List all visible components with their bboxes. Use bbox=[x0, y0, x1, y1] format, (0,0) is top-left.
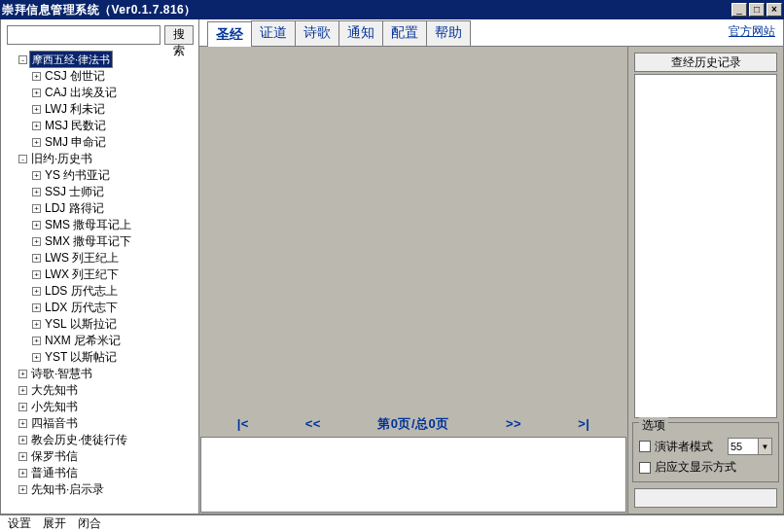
font-size-select[interactable]: 55 ▼ bbox=[728, 438, 772, 455]
tab-4[interactable]: 配置 bbox=[382, 20, 427, 46]
tree-node-label[interactable]: SMJ 申命记 bbox=[43, 134, 108, 151]
next-page-button[interactable]: >> bbox=[481, 416, 547, 431]
expand-icon[interactable]: + bbox=[32, 171, 41, 180]
tree-node-label[interactable]: CAJ 出埃及记 bbox=[43, 85, 119, 101]
first-page-button[interactable]: |< bbox=[210, 416, 276, 431]
tree-node[interactable]: +LWJ 利未记 bbox=[5, 101, 195, 118]
expand-icon[interactable]: + bbox=[32, 337, 41, 345]
expand-icon[interactable]: + bbox=[18, 370, 27, 378]
search-button[interactable]: 搜索 bbox=[164, 25, 194, 45]
tree-node-label[interactable]: NXM 尼希米记 bbox=[43, 333, 123, 349]
expand-icon[interactable]: + bbox=[18, 403, 27, 411]
maximize-button[interactable]: □ bbox=[749, 3, 765, 17]
tree-node-label[interactable]: YSL 以斯拉记 bbox=[43, 316, 119, 333]
tree-node-label[interactable]: LWX 列王纪下 bbox=[43, 266, 121, 283]
expand-icon[interactable]: + bbox=[18, 419, 27, 428]
presenter-mode-checkbox[interactable] bbox=[639, 441, 651, 452]
expand-icon[interactable]: + bbox=[32, 287, 41, 296]
tab-5[interactable]: 帮助 bbox=[426, 20, 471, 46]
expand-icon[interactable]: + bbox=[32, 221, 41, 230]
tree-node[interactable]: +SMJ 申命记 bbox=[5, 134, 195, 151]
tree-node-label[interactable]: 小先知书 bbox=[29, 399, 80, 415]
tree-node-label[interactable]: LWJ 利未记 bbox=[43, 101, 107, 118]
tree-node-label[interactable]: CSJ 创世记 bbox=[43, 68, 107, 85]
tree-node-label[interactable]: 摩西五经·律法书 bbox=[29, 51, 113, 68]
collapse-icon[interactable]: - bbox=[18, 155, 27, 163]
tree-node[interactable]: +诗歌·智慧书 bbox=[5, 366, 195, 382]
expand-icon[interactable]: + bbox=[32, 89, 41, 97]
tree-node[interactable]: +LWX 列王纪下 bbox=[5, 266, 195, 283]
expand-icon[interactable]: + bbox=[32, 320, 41, 329]
tree-node[interactable]: +YSL 以斯拉记 bbox=[5, 316, 195, 333]
tree-node[interactable]: +大先知书 bbox=[5, 382, 195, 399]
tree-node[interactable]: +CAJ 出埃及记 bbox=[5, 85, 195, 101]
close-button[interactable]: × bbox=[766, 3, 782, 17]
tree-node-label[interactable]: LWS 列王纪上 bbox=[43, 250, 121, 266]
tree-node-label[interactable]: SSJ 士师记 bbox=[43, 184, 106, 200]
collapse-icon[interactable]: - bbox=[18, 55, 27, 64]
tree-node[interactable]: +普通书信 bbox=[5, 465, 195, 481]
expand-icon[interactable]: + bbox=[32, 303, 41, 312]
minimize-button[interactable]: _ bbox=[731, 3, 747, 17]
history-list[interactable] bbox=[634, 74, 777, 418]
tree-node[interactable]: +LDX 历代志下 bbox=[5, 300, 195, 316]
tree-node-label[interactable]: 四福音书 bbox=[29, 415, 80, 432]
tree-node[interactable]: +LDS 历代志上 bbox=[5, 283, 195, 300]
expand-icon[interactable]: + bbox=[18, 386, 27, 395]
tree-node-label[interactable]: LDJ 路得记 bbox=[43, 200, 106, 217]
expand-icon[interactable]: + bbox=[32, 237, 41, 246]
tree-node[interactable]: +LWS 列王纪上 bbox=[5, 250, 195, 266]
tree-node[interactable]: +CSJ 创世记 bbox=[5, 68, 195, 85]
tree-node[interactable]: +教会历史·使徒行传 bbox=[5, 432, 195, 448]
tree-node-label[interactable]: MSJ 民数记 bbox=[43, 118, 108, 134]
tree-node-label[interactable]: 旧约·历史书 bbox=[29, 151, 94, 167]
prev-page-button[interactable]: << bbox=[280, 416, 346, 431]
tree-node[interactable]: +保罗书信 bbox=[5, 448, 195, 465]
tree-node[interactable]: +SSJ 士师记 bbox=[5, 184, 195, 200]
tree-node-label[interactable]: 先知书·启示录 bbox=[29, 481, 106, 498]
status-expand[interactable]: 展开 bbox=[43, 515, 66, 532]
tree-node-label[interactable]: LDX 历代志下 bbox=[43, 300, 120, 316]
status-settings[interactable]: 设置 bbox=[8, 515, 31, 532]
responsive-display-checkbox[interactable] bbox=[639, 462, 651, 474]
expand-icon[interactable]: + bbox=[32, 72, 41, 81]
ok-button[interactable] bbox=[634, 488, 777, 508]
tree-node-label[interactable]: 普通书信 bbox=[29, 465, 80, 481]
expand-icon[interactable]: + bbox=[32, 188, 41, 196]
expand-icon[interactable]: + bbox=[32, 353, 41, 362]
expand-icon[interactable]: + bbox=[32, 204, 41, 213]
search-input[interactable] bbox=[7, 25, 160, 45]
expand-icon[interactable]: + bbox=[18, 485, 27, 494]
expand-icon[interactable]: + bbox=[32, 254, 41, 263]
tree-node-label[interactable]: 大先知书 bbox=[29, 382, 80, 399]
tree-node-label[interactable]: 诗歌·智慧书 bbox=[29, 366, 94, 382]
tree-node[interactable]: +SMX 撒母耳记下 bbox=[5, 233, 195, 250]
tree-node-label[interactable]: LDS 历代志上 bbox=[43, 283, 120, 300]
tree-node[interactable]: -旧约·历史书 bbox=[5, 151, 195, 167]
tree-node[interactable]: -摩西五经·律法书 bbox=[5, 51, 195, 68]
last-page-button[interactable]: >| bbox=[551, 416, 617, 431]
tree-node[interactable]: +YST 以斯帖记 bbox=[5, 349, 195, 366]
tree-node[interactable]: +MSJ 民数记 bbox=[5, 118, 195, 134]
expand-icon[interactable]: + bbox=[32, 270, 41, 279]
tab-1[interactable]: 证道 bbox=[251, 20, 296, 46]
expand-icon[interactable]: + bbox=[18, 436, 27, 444]
tree-node[interactable]: +四福音书 bbox=[5, 415, 195, 432]
tree-node-label[interactable]: SMX 撒母耳记下 bbox=[43, 233, 133, 250]
expand-icon[interactable]: + bbox=[32, 122, 41, 130]
official-site-link[interactable]: 官方网站 bbox=[729, 22, 775, 44]
tab-2[interactable]: 诗歌 bbox=[295, 20, 339, 46]
expand-icon[interactable]: + bbox=[32, 138, 41, 147]
tree-node-label[interactable]: YST 以斯帖记 bbox=[43, 349, 119, 366]
expand-icon[interactable]: + bbox=[18, 452, 27, 461]
tree-node-label[interactable]: SMS 撒母耳记上 bbox=[43, 217, 133, 233]
status-collapse[interactable]: 闭合 bbox=[78, 515, 101, 532]
tree-node[interactable]: +小先知书 bbox=[5, 399, 195, 415]
nav-tree[interactable]: -摩西五经·律法书+CSJ 创世记+CAJ 出埃及记+LWJ 利未记+MSJ 民… bbox=[1, 49, 198, 514]
expand-icon[interactable]: + bbox=[32, 105, 41, 114]
history-button[interactable]: 查经历史记录 bbox=[634, 53, 777, 72]
tab-0[interactable]: 圣经 bbox=[207, 21, 252, 47]
tree-node[interactable]: +LDJ 路得记 bbox=[5, 200, 195, 217]
tree-node[interactable]: +先知书·启示录 bbox=[5, 481, 195, 498]
tree-node-label[interactable]: 教会历史·使徒行传 bbox=[29, 432, 129, 448]
